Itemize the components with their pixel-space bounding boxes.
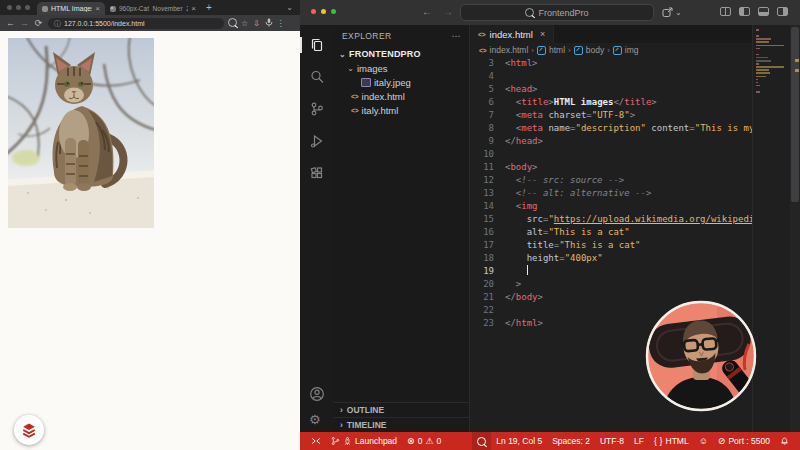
- code-line[interactable]: 13 <!-- alt: alternative -->: [470, 187, 800, 200]
- run-debug-icon[interactable]: [309, 133, 325, 149]
- download-icon[interactable]: ⇩: [251, 19, 262, 28]
- breadcrumb-body[interactable]: body: [586, 45, 604, 55]
- code-line[interactable]: 19: [470, 265, 800, 278]
- error-icon: ⊗: [407, 436, 415, 446]
- url-text: 127.0.0.1:5500/index.html: [64, 20, 145, 27]
- breadcrumb-file[interactable]: index.html: [490, 45, 529, 55]
- minimap[interactable]: [752, 25, 790, 432]
- code-line[interactable]: 16 alt="This is a cat": [470, 226, 800, 239]
- source-control-icon[interactable]: [309, 101, 325, 117]
- close-icon[interactable]: ×: [95, 5, 100, 13]
- code-line[interactable]: 14 <img: [470, 200, 800, 213]
- error-count: 0: [418, 436, 423, 446]
- accounts-icon[interactable]: [309, 386, 325, 402]
- breadcrumb-html[interactable]: html: [549, 45, 565, 55]
- code-line[interactable]: 20 >: [470, 278, 800, 291]
- remote-indicator[interactable]: [306, 432, 326, 450]
- zoom-window-icon[interactable]: [25, 5, 30, 10]
- browser-tab-html-images[interactable]: HTML Images ×: [37, 2, 105, 15]
- vscode-window-controls[interactable]: [311, 9, 336, 14]
- live-server-port-item[interactable]: ⊘ Port : 5500: [713, 432, 775, 450]
- close-icon[interactable]: ×: [540, 29, 545, 39]
- editor-scrollbar[interactable]: [790, 25, 800, 432]
- command-center-search[interactable]: FrontendPro: [460, 4, 654, 21]
- code-line[interactable]: 12 <!-- src: source -->: [470, 174, 800, 187]
- toggle-panel-icon[interactable]: [758, 7, 769, 16]
- extensions-icon[interactable]: [309, 165, 325, 181]
- line-number: 15: [470, 213, 505, 226]
- file-label: index.html: [362, 91, 405, 102]
- cursor-position-item[interactable]: Ln 19, Col 5: [491, 432, 547, 450]
- browser-window: HTML Images × 960px-Cat_November_201... …: [0, 0, 300, 450]
- code-line[interactable]: 7 <meta charset="UTF-8">: [470, 109, 800, 122]
- tree-folder-images[interactable]: ⌄ images: [334, 61, 469, 75]
- tree-file-index-html[interactable]: <> index.html: [334, 89, 469, 103]
- eol-item[interactable]: LF: [629, 432, 649, 450]
- new-tab-button[interactable]: +: [206, 3, 212, 13]
- encoding-item[interactable]: UTF-8: [595, 432, 629, 450]
- tree-file-italy-jpeg[interactable]: italy.jpeg: [334, 75, 469, 89]
- close-icon[interactable]: ×: [191, 5, 196, 13]
- code-line[interactable]: 18 height="400px": [470, 252, 800, 265]
- zoom-icon[interactable]: [227, 18, 238, 29]
- tab-list-chevron-icon[interactable]: ⌄: [286, 3, 293, 12]
- timeline-section[interactable]: › TIMELINE: [334, 417, 469, 432]
- code-line[interactable]: 4: [470, 70, 800, 83]
- chevron-down-icon: ⌄: [339, 50, 346, 59]
- streamer-webcam: [645, 300, 757, 412]
- tree-root-frontendpro[interactable]: ⌄ FRONTENDPRO: [334, 47, 469, 61]
- breadcrumb-img[interactable]: img: [625, 45, 639, 55]
- remote-icon: [311, 436, 321, 446]
- explorer-icon[interactable]: [309, 37, 325, 53]
- settings-gear-icon[interactable]: ⚙: [309, 410, 325, 426]
- browser-menu-icon[interactable]: ⋮: [275, 19, 286, 28]
- url-bar[interactable]: ⓘ 127.0.0.1:5500/index.html: [48, 18, 224, 29]
- forward-icon[interactable]: →: [18, 18, 31, 28]
- indentation-item[interactable]: Spaces: 2: [547, 432, 595, 450]
- breadcrumb[interactable]: <> index.html › html › body › img: [470, 43, 800, 57]
- site-info-icon[interactable]: ⓘ: [54, 20, 61, 27]
- code-line[interactable]: 11<body>: [470, 161, 800, 174]
- code-line[interactable]: 15 src="https://upload.wikimedia.org/wik…: [470, 213, 800, 226]
- code-line[interactable]: 8 <meta name="description" content="This…: [470, 122, 800, 135]
- cat-image[interactable]: [8, 38, 154, 228]
- code-line[interactable]: 10: [470, 148, 800, 161]
- code-line[interactable]: 9</head>: [470, 135, 800, 148]
- toggle-secondary-sidebar-icon[interactable]: [777, 7, 788, 16]
- editor-tab-index-html[interactable]: <> index.html ×: [470, 25, 554, 43]
- close-window-icon[interactable]: [7, 5, 12, 10]
- reload-icon[interactable]: ⟳: [32, 18, 45, 28]
- bookmark-star-icon[interactable]: ☆: [239, 19, 250, 28]
- line-number: 17: [470, 239, 505, 252]
- screencast-item[interactable]: [472, 432, 491, 450]
- code-line[interactable]: 5<head>: [470, 83, 800, 96]
- search-icon[interactable]: [309, 69, 325, 85]
- minimize-window-icon[interactable]: [16, 5, 21, 10]
- run-task-button[interactable]: ⌄: [662, 7, 682, 18]
- text-cursor: [527, 265, 529, 275]
- launchpad-item[interactable]: Launchpad: [326, 432, 402, 450]
- zoom-window-icon[interactable]: [331, 9, 336, 14]
- customize-layout-icon[interactable]: [720, 7, 731, 16]
- tree-file-italy-html[interactable]: <> italy.html: [334, 103, 469, 117]
- outline-section[interactable]: › OUTLINE: [334, 402, 469, 417]
- code-line[interactable]: 17 title="This is a cat": [470, 239, 800, 252]
- problems-item[interactable]: ⊗ 0 ⚠ 0: [402, 432, 446, 450]
- chevron-right-icon: ›: [340, 405, 343, 415]
- feedback-item[interactable]: ☺: [694, 432, 713, 450]
- history-back-icon[interactable]: ←: [422, 6, 432, 18]
- code-line[interactable]: 6 <title>HTML images</title>: [470, 96, 800, 109]
- browser-window-controls[interactable]: [0, 5, 37, 10]
- toggle-sidebar-icon[interactable]: [739, 7, 750, 16]
- explorer-more-icon[interactable]: ⋯: [452, 31, 461, 41]
- browser-tab-cat-image[interactable]: 960px-Cat_November_201... ×: [105, 2, 201, 15]
- minimize-window-icon[interactable]: [321, 9, 326, 14]
- back-icon[interactable]: ←: [4, 18, 17, 28]
- mic-icon[interactable]: [263, 18, 274, 29]
- language-item[interactable]: { } HTML: [649, 432, 694, 450]
- scrollbar-slider[interactable]: [791, 27, 799, 202]
- code-line[interactable]: 3<html>: [470, 57, 800, 70]
- history-forward-icon[interactable]: →: [443, 6, 453, 18]
- notifications-item[interactable]: [775, 432, 794, 450]
- close-window-icon[interactable]: [311, 9, 316, 14]
